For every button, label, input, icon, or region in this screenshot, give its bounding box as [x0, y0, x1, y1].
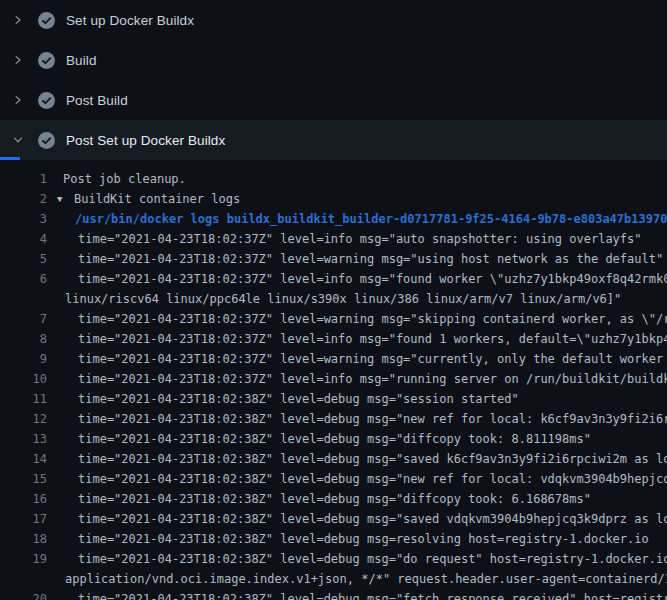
log-line-text: time="2021-04-23T18:02:37Z" level=info m… — [47, 272, 667, 286]
log-line-number[interactable]: 13 — [0, 432, 47, 446]
step-row-post-build[interactable]: Post Build — [0, 80, 667, 120]
log-line: 3 /usr/bin/docker logs buildx_buildkit_b… — [0, 209, 667, 229]
log-line: 13 time="2021-04-23T18:02:38Z" level=deb… — [0, 429, 667, 449]
step-row-set-up-docker-buildx[interactable]: Set up Docker Buildx — [0, 0, 667, 40]
log-line-number[interactable]: 16 — [0, 492, 47, 506]
log-line: 12 time="2021-04-23T18:02:38Z" level=deb… — [0, 409, 667, 429]
step-focus-accent — [0, 157, 20, 160]
log-line-text: time="2021-04-23T18:02:37Z" level=warnin… — [47, 352, 667, 366]
log-line-number[interactable]: 19 — [0, 552, 47, 566]
log-line-number[interactable]: 2 — [0, 192, 47, 206]
log-line-text: /usr/bin/docker logs buildx_buildkit_bui… — [47, 212, 667, 226]
log-line-text: time="2021-04-23T18:02:38Z" level=debug … — [47, 392, 667, 406]
log-line-number[interactable]: 1 — [0, 172, 47, 186]
log-line-number[interactable]: 8 — [0, 332, 47, 346]
log-line-text: time="2021-04-23T18:02:37Z" level=info m… — [47, 372, 667, 386]
log-line-number[interactable]: 9 — [0, 352, 47, 366]
log-group-caret-icon[interactable]: ▼ — [57, 194, 74, 204]
log-line: 10 time="2021-04-23T18:02:37Z" level=inf… — [0, 369, 667, 389]
step-label: Build — [66, 53, 97, 68]
log-line: linux/riscv64 linux/ppc64le linux/s390x … — [0, 289, 667, 309]
log-line: 17 time="2021-04-23T18:02:38Z" level=deb… — [0, 509, 667, 529]
log-line-text: time="2021-04-23T18:02:37Z" level=warnin… — [47, 312, 667, 326]
log-line-text: time="2021-04-23T18:02:37Z" level=info m… — [47, 332, 667, 346]
chevron-right-icon — [10, 12, 26, 28]
log-line-number[interactable]: 10 — [0, 372, 47, 386]
log-line-text: time="2021-04-23T18:02:38Z" level=debug … — [47, 552, 667, 566]
log-line-text: time="2021-04-23T18:02:38Z" level=debug … — [47, 512, 667, 526]
log-line-text: time="2021-04-23T18:02:38Z" level=debug … — [47, 532, 667, 546]
step-label: Set up Docker Buildx — [66, 13, 194, 28]
success-check-icon — [38, 52, 55, 69]
log-line-number[interactable]: 15 — [0, 472, 47, 486]
log-line-text: time="2021-04-23T18:02:38Z" level=debug … — [47, 592, 667, 600]
log-line-number[interactable]: 12 — [0, 412, 47, 426]
log-line-text: time="2021-04-23T18:02:38Z" level=debug … — [47, 472, 667, 486]
log-line: 11 time="2021-04-23T18:02:38Z" level=deb… — [0, 389, 667, 409]
log-line-number[interactable]: 14 — [0, 452, 47, 466]
step-label: Post Build — [66, 93, 128, 108]
log-line-text: time="2021-04-23T18:02:38Z" level=debug … — [47, 492, 667, 506]
chevron-down-icon — [10, 132, 26, 148]
log-line-text: time="2021-04-23T18:02:38Z" level=debug … — [47, 452, 667, 466]
log-line-text: time="2021-04-23T18:02:38Z" level=debug … — [47, 412, 667, 426]
log-line: 19 time="2021-04-23T18:02:38Z" level=deb… — [0, 549, 667, 569]
log-line: application/vnd.oci.image.index.v1+json,… — [0, 569, 667, 589]
log-line: 1 Post job cleanup. — [0, 169, 667, 189]
log-line: 8 time="2021-04-23T18:02:37Z" level=info… — [0, 329, 667, 349]
step-label: Post Set up Docker Buildx — [66, 133, 225, 148]
log-line-text: linux/riscv64 linux/ppc64le linux/s390x … — [47, 292, 667, 306]
log-line: 5 time="2021-04-23T18:02:37Z" level=warn… — [0, 249, 667, 269]
log-line-number[interactable]: 6 — [0, 272, 47, 286]
job-steps-panel: Set up Docker Buildx Build — [0, 0, 667, 160]
log-line: 15 time="2021-04-23T18:02:38Z" level=deb… — [0, 469, 667, 489]
log-line: 18 time="2021-04-23T18:02:38Z" level=deb… — [0, 529, 667, 549]
success-check-icon — [38, 92, 55, 109]
success-check-icon — [38, 12, 55, 29]
log-line: 2 ▼BuildKit container logs — [0, 189, 667, 209]
log-line: 14 time="2021-04-23T18:02:38Z" level=deb… — [0, 449, 667, 469]
success-check-icon — [38, 132, 55, 149]
log-line-text: time="2021-04-23T18:02:37Z" level=warnin… — [47, 252, 667, 266]
log-line-text: time="2021-04-23T18:02:38Z" level=debug … — [47, 432, 667, 446]
log-line-number[interactable]: 18 — [0, 532, 47, 546]
chevron-right-icon — [10, 52, 26, 68]
log-line: 7 time="2021-04-23T18:02:37Z" level=warn… — [0, 309, 667, 329]
log-line-number[interactable]: 3 — [0, 212, 47, 226]
log-line-number[interactable]: 5 — [0, 252, 47, 266]
step-row-build[interactable]: Build — [0, 40, 667, 80]
log-line: 16 time="2021-04-23T18:02:38Z" level=deb… — [0, 489, 667, 509]
chevron-right-icon — [10, 92, 26, 108]
log-line-text: ▼BuildKit container logs — [47, 192, 667, 206]
log-line-text: Post job cleanup. — [47, 172, 667, 186]
log-line-number[interactable]: 4 — [0, 232, 47, 246]
log-line-number[interactable]: 17 — [0, 512, 47, 526]
log-line-text: time="2021-04-23T18:02:37Z" level=info m… — [47, 232, 667, 246]
log-line: 6 time="2021-04-23T18:02:37Z" level=info… — [0, 269, 667, 289]
log-line-number[interactable]: 11 — [0, 392, 47, 406]
step-log-panel: 1 Post job cleanup. 2 ▼BuildKit containe… — [0, 160, 667, 600]
step-row-post-set-up-docker-buildx[interactable]: Post Set up Docker Buildx — [0, 120, 667, 160]
log-group-title[interactable]: BuildKit container logs — [74, 192, 240, 206]
log-line: 4 time="2021-04-23T18:02:37Z" level=info… — [0, 229, 667, 249]
log-line-number[interactable]: 7 — [0, 312, 47, 326]
log-line: 9 time="2021-04-23T18:02:37Z" level=warn… — [0, 349, 667, 369]
log-line: 20 time="2021-04-23T18:02:38Z" level=deb… — [0, 589, 667, 600]
log-line-number[interactable]: 20 — [0, 592, 47, 600]
log-line-text: application/vnd.oci.image.index.v1+json,… — [47, 572, 667, 586]
